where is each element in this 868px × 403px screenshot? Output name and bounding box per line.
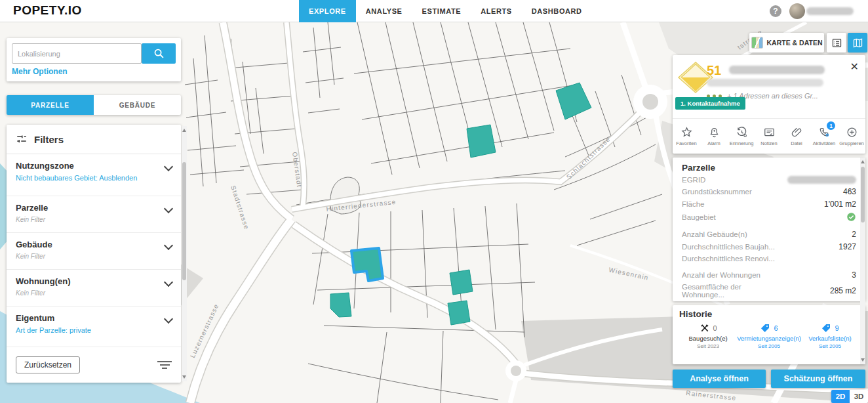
check-circle-icon <box>846 212 856 222</box>
tab-gebaeude[interactable]: GEBÄUDE <box>94 95 181 115</box>
parcel-actions-row: Favoriten Alarm Erinnerung Notizen Datei… <box>673 118 865 154</box>
tag-icon <box>760 323 770 333</box>
close-icon[interactable]: ✕ <box>850 60 859 73</box>
top-navigation-bar: POPETY.IO EXPLORE ANALYSE ESTIMATE ALERT… <box>0 0 868 22</box>
open-estimation-button[interactable]: Schätzung öffnen <box>771 370 865 388</box>
nav-tab-explore[interactable]: EXPLORE <box>299 0 356 22</box>
open-analysis-button[interactable]: Analyse öffnen <box>673 370 766 388</box>
filter-subtitle: Art der Parzelle: private <box>16 326 172 334</box>
activities-action[interactable]: 1 Aktivitäten <box>810 119 838 154</box>
avatar[interactable] <box>789 3 805 19</box>
filter-gebaeude[interactable]: Gebäude Kein Filter <box>7 232 181 269</box>
filter-funnel-icon[interactable] <box>157 359 172 371</box>
nav-tab-dashboard[interactable]: DASHBOARD <box>522 0 592 22</box>
filter-subtitle: Nicht bebaubares Gebiet: Ausblenden <box>16 174 172 182</box>
filter-subtitle: Kein Filter <box>16 216 172 223</box>
search-card: Mehr Optionen <box>7 38 181 81</box>
username-blurred <box>806 7 854 15</box>
note-icon <box>763 126 776 138</box>
historie-verkauf[interactable]: 9 Verkaufsliste(n) Seit 2005 <box>801 323 859 349</box>
map-view-button[interactable] <box>848 33 867 53</box>
parzelle-section-title: Parzelle <box>682 163 856 173</box>
popety-logo: POPETY.IO <box>13 3 82 18</box>
contact-status-badge[interactable]: 1. Kontaktaufnahme <box>675 97 745 110</box>
historie-vermietung[interactable]: 6 Vermietungsanzeige(n) Seit 2005 <box>737 323 801 349</box>
address-blurred <box>729 66 825 74</box>
tools-icon <box>700 323 710 333</box>
detail-row: Fläche 1'001 m2 <box>682 200 856 209</box>
dimension-toggle: 2D 3D <box>831 390 868 403</box>
teal-parcel[interactable] <box>450 270 473 295</box>
filters-title: Filters <box>34 134 64 145</box>
notes-action[interactable]: Notizen <box>755 119 783 154</box>
list-view-button[interactable] <box>827 33 846 53</box>
main-nav: EXPLORE ANALYSE ESTIMATE ALERTS DASHBOAR… <box>299 0 592 22</box>
map-icon <box>852 37 863 49</box>
filter-eigentum[interactable]: Eigentum Art der Parzelle: private <box>7 306 181 347</box>
bell-plus-icon <box>708 126 720 138</box>
detail-row-baugebiet: Baugebiet <box>682 212 856 222</box>
paperclip-icon <box>791 126 803 138</box>
historie-baugesuche[interactable]: 0 Baugesuch(e) Seit 2023 <box>679 323 737 349</box>
detail-row-egrid: EGRID <box>682 176 856 184</box>
detail-row: Anzahl der Wohnungen 3 <box>682 270 856 280</box>
teal-parcel[interactable] <box>448 301 470 325</box>
filters-panel: Filters Nutzungszone Nicht bebaubares Ge… <box>7 125 181 383</box>
filter-subtitle: Kein Filter <box>16 289 172 297</box>
detail-row: Grundstücksnummer 463 <box>682 187 856 196</box>
more-options-link[interactable]: Mehr Optionen <box>12 67 68 76</box>
tag-icon <box>821 323 831 333</box>
search-input[interactable] <box>12 43 142 64</box>
egrid-value-blurred <box>787 176 856 184</box>
detail-row: Durchschnittliches Renovi... <box>682 255 856 263</box>
reminder-action[interactable]: Erinnerung <box>728 119 755 154</box>
toggle-3d[interactable]: 3D <box>850 390 868 403</box>
nav-tab-analyse[interactable]: ANALYSE <box>356 0 412 22</box>
file-action[interactable]: Datei <box>783 119 810 154</box>
parzelle-details-card: Parzelle EGRID Grundstücksnummer 463 Flä… <box>673 158 865 301</box>
parcel-number: 51 <box>707 63 721 78</box>
search-icon <box>153 48 165 59</box>
karte-daten-button[interactable]: KARTE & DATEN <box>749 33 824 53</box>
parcel-header-card: 51 + 1 Adressen an dieses Gr... 1. Konta… <box>673 55 865 154</box>
activities-count-badge: 1 <box>827 121 835 130</box>
detail-row: Anzahl Gebäude(n) 2 <box>682 230 856 239</box>
help-icon[interactable]: ? <box>770 5 781 17</box>
history-clock-icon <box>736 126 748 138</box>
group-action[interactable]: Gruppieren <box>838 119 865 154</box>
nav-tab-estimate[interactable]: ESTIMATE <box>412 0 471 22</box>
karte-daten-label: KARTE & DATEN <box>767 39 823 47</box>
tab-parzelle[interactable]: PARZELLE <box>7 95 94 115</box>
detail-row: Durchschnittliches Baujah... 1927 <box>682 242 856 251</box>
panel-scrollbar[interactable] <box>860 158 865 364</box>
list-icon <box>831 37 842 49</box>
tune-icon <box>16 133 28 145</box>
circle-plus-icon <box>846 126 858 138</box>
sidebar-scrollbar[interactable] <box>182 126 187 381</box>
toggle-2d[interactable]: 2D <box>831 390 850 403</box>
filter-nutzungszone[interactable]: Nutzungszone Nicht bebaubares Gebiet: Au… <box>7 154 181 196</box>
star-icon <box>681 126 693 138</box>
filter-parzelle[interactable]: Parzelle Kein Filter <box>7 196 181 232</box>
detail-row: Gesamtfläche der Wohnunge... 285 m2 <box>682 283 856 299</box>
nav-tab-alerts[interactable]: ALERTS <box>471 0 522 22</box>
alarm-action[interactable]: Alarm <box>700 119 728 154</box>
historie-card: Historie 0 Baugesuch(e) Seit 2023 6 Verm… <box>673 305 865 364</box>
address-line2-blurred <box>707 79 823 87</box>
historie-section-title: Historie <box>679 309 859 319</box>
filter-subtitle: Kein Filter <box>16 253 172 260</box>
favorites-action[interactable]: Favoriten <box>673 119 700 154</box>
map-thumbnail-icon <box>751 37 763 49</box>
reset-filters-button[interactable]: Zurücksetzen <box>16 356 80 373</box>
parcel-building-tabs: PARZELLE GEBÄUDE <box>7 95 181 115</box>
search-button[interactable] <box>142 43 176 64</box>
filter-wohnungen[interactable]: Wohnung(en) Kein Filter <box>7 269 181 306</box>
teal-parcel[interactable] <box>467 125 496 158</box>
